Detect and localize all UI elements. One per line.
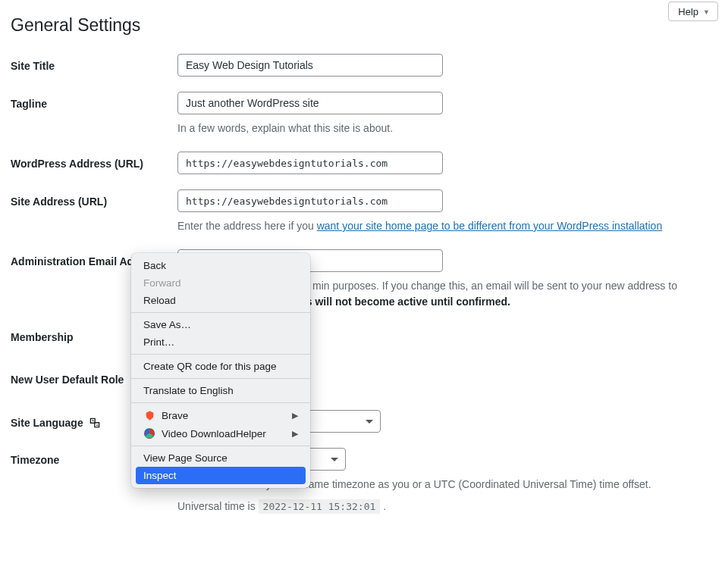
row-tagline: Tagline In a few words, explain what thi…: [11, 92, 714, 136]
chevron-right-icon: ▶: [292, 429, 298, 439]
ctx-back[interactable]: Back: [131, 257, 310, 274]
help-label: Help: [678, 6, 698, 17]
row-default-role: New User Default Role: [11, 368, 714, 386]
site-url-help-link[interactable]: want your site home page to be different…: [317, 220, 663, 232]
ctx-forward: Forward: [131, 274, 310, 292]
ctx-reload[interactable]: Reload: [131, 292, 310, 309]
tagline-description: In a few words, explain what this site i…: [177, 120, 714, 136]
site-url-input[interactable]: [177, 189, 443, 212]
row-site-url: Site Address (URL) Enter the address her…: [11, 189, 714, 234]
universal-time-code: 2022-12-11 15:32:01: [259, 499, 381, 514]
timezone-universal: Universal time is 2022-12-11 15:32:01 .: [177, 499, 714, 514]
row-membership: Membership: [11, 325, 714, 343]
wp-url-input[interactable]: [177, 152, 443, 174]
chevron-right-icon: ▶: [292, 411, 298, 421]
tagline-input[interactable]: [177, 92, 443, 114]
row-site-title: Site Title: [11, 54, 714, 77]
help-button[interactable]: Help ▼: [668, 2, 718, 21]
chevron-down-icon: ▼: [703, 8, 710, 16]
ctx-print[interactable]: Print…: [131, 333, 310, 351]
row-timezone: Timezone UTC+0 Choose either a city in t…: [11, 448, 714, 514]
tagline-label: Tagline: [11, 92, 177, 110]
page-title: General Settings: [11, 15, 714, 36]
row-wp-url: WordPress Address (URL): [11, 152, 714, 174]
row-admin-email: Administration Email Ad min purposes. If…: [11, 249, 714, 310]
context-menu: Back Forward Reload Save As… Print… Crea…: [131, 253, 310, 488]
site-title-label: Site Title: [11, 54, 177, 72]
site-url-description: Enter the address here if you want your …: [177, 218, 714, 234]
ctx-qr[interactable]: Create QR code for this page: [131, 358, 310, 375]
brave-icon: [143, 409, 155, 421]
wp-url-label: WordPress Address (URL): [11, 152, 177, 170]
row-site-language: Site Language: [11, 410, 714, 433]
ctx-save-as[interactable]: Save As…: [131, 316, 310, 333]
site-title-input[interactable]: [177, 54, 443, 77]
ctx-vdh[interactable]: Video DownloadHelper ▶: [131, 424, 310, 443]
ctx-inspect[interactable]: Inspect: [136, 467, 306, 484]
site-url-label: Site Address (URL): [11, 189, 177, 208]
ctx-view-source[interactable]: View Page Source: [131, 449, 310, 467]
ctx-brave[interactable]: Brave ▶: [131, 406, 310, 424]
translate-icon: [88, 416, 102, 430]
vdh-icon: [143, 427, 155, 439]
ctx-translate[interactable]: Translate to English: [131, 382, 310, 399]
